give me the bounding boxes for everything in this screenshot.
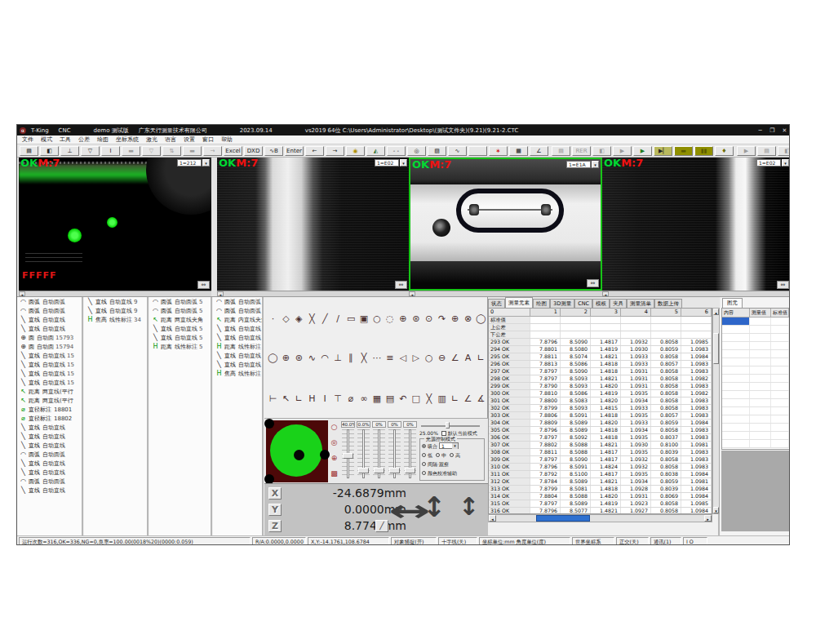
feature-list-item[interactable]: H距离线性标注5 bbox=[149, 342, 211, 351]
feature-list-item[interactable]: ◠圆弧自动圆弧 bbox=[17, 450, 82, 459]
menu-item-3[interactable]: 公差 bbox=[78, 135, 90, 144]
feature-list-item[interactable]: ╲直线自动直线5 bbox=[213, 333, 262, 342]
export-curve-button[interactable]: ∿B bbox=[264, 146, 283, 156]
measure-data-row[interactable]: 311 OK7.87928.51001.48171.09350.80381.09… bbox=[489, 471, 712, 478]
z-axis-button[interactable]: Z bbox=[268, 520, 282, 532]
camera-resize-grip[interactable]: ⇔ bbox=[587, 279, 599, 287]
element-row[interactable] bbox=[722, 424, 789, 432]
light-level-select[interactable]: 1 bbox=[439, 442, 459, 449]
tab-状态[interactable]: 状态 bbox=[488, 299, 505, 308]
move-axis-button[interactable]: ⊥ bbox=[60, 146, 79, 156]
palette-tool-icon[interactable]: ∠ bbox=[463, 393, 473, 405]
feature-list-item[interactable]: ╲直线自动直线 bbox=[17, 324, 82, 333]
light-slider[interactable]: 0% bbox=[372, 421, 386, 482]
chevron-down-icon[interactable]: ▾ bbox=[202, 159, 210, 167]
curve-button[interactable]: ∿ bbox=[448, 146, 467, 156]
element-row[interactable] bbox=[722, 440, 789, 448]
feature-list-item[interactable]: ◠圆弧自动圆弧 bbox=[17, 306, 82, 315]
palette-tool-icon[interactable]: ○ bbox=[372, 313, 383, 325]
tab-绘图[interactable]: 绘图 bbox=[533, 299, 550, 308]
feature-list-item[interactable]: ⊕圆自动圆15793 bbox=[17, 333, 82, 342]
palette-tool-icon[interactable]: ∠ bbox=[450, 353, 460, 364]
z-jog-arrows[interactable]: ↕ bbox=[459, 492, 479, 521]
camera-channel-select[interactable]: 1=E1A bbox=[566, 161, 591, 168]
feature-list-item[interactable]: ╲直线自动直线5 bbox=[213, 324, 262, 333]
measure-data-row[interactable]: 314 OK7.88048.50881.48201.09310.80691.09… bbox=[489, 493, 712, 500]
feature-list-item[interactable]: ╲直线自动直线 bbox=[17, 468, 82, 477]
measure-data-row[interactable]: 294 OK7.88018.50801.48191.09300.80591.09… bbox=[489, 346, 712, 353]
feature-list-item[interactable]: ╲直线自动直线 bbox=[17, 486, 82, 495]
feature-list-item[interactable]: ╲直线自动直线9 bbox=[84, 306, 147, 315]
image-button[interactable]: ◭ bbox=[366, 146, 385, 156]
element-row[interactable] bbox=[722, 375, 789, 383]
feature-list-item[interactable]: ╲直线自动直线 bbox=[17, 441, 82, 450]
element-row[interactable] bbox=[722, 334, 789, 342]
element-row[interactable] bbox=[722, 358, 789, 366]
open-button[interactable]: ◧ bbox=[40, 146, 59, 156]
minimize-button[interactable]: ─ bbox=[754, 126, 766, 135]
feature-list-item[interactable]: ↖距离内直线夹角 bbox=[213, 315, 262, 324]
measure-data-row[interactable]: 302 OK7.87998.50931.48151.09330.80581.09… bbox=[489, 405, 712, 412]
feature-list-item[interactable]: ╲直线自动直线15 bbox=[17, 351, 82, 360]
pause-button[interactable]: ▮▮ bbox=[694, 146, 713, 156]
feature-list-item[interactable]: ↖距离两直线(平行 bbox=[17, 396, 82, 405]
palette-tool-icon[interactable]: ⊖ bbox=[437, 353, 447, 364]
palette-tool-icon[interactable]: ⊙ bbox=[424, 313, 434, 325]
play-button[interactable]: ▶ bbox=[633, 146, 652, 156]
camera-view-2[interactable]: OKM:7 1=E02 ▾ ⇔ ◂ bbox=[217, 158, 409, 296]
feature-list-item[interactable]: ◠圆弧自动圆弧 bbox=[17, 477, 82, 486]
arrow-left-button[interactable]: ← bbox=[305, 146, 324, 156]
feature-list-item[interactable]: ◠圆弧自动圆弧5 bbox=[213, 297, 262, 306]
camera-resize-grip[interactable]: ⇔ bbox=[197, 281, 210, 289]
measure-data-row[interactable]: 298 OK7.87978.50931.48211.09310.80581.09… bbox=[489, 375, 712, 383]
camera-channel-select[interactable]: 1=E02 bbox=[375, 159, 399, 167]
save-button[interactable]: ▤ bbox=[20, 146, 38, 156]
feature-list-item[interactable]: ╲直线自动直线 bbox=[17, 423, 82, 432]
palette-tool-icon[interactable]: ▷ bbox=[410, 353, 421, 364]
menu-item-7[interactable]: 语言 bbox=[165, 135, 176, 144]
measure-data-row[interactable]: 309 OK7.87978.50901.48171.09320.80581.09… bbox=[489, 456, 712, 464]
tab-测量元素[interactable]: 测量元素 bbox=[505, 297, 533, 308]
feature-list-item[interactable]: ╲直线自动直线9 bbox=[84, 297, 147, 306]
light-slider[interactable]: 0% bbox=[403, 421, 417, 482]
menu-item-9[interactable]: 窗口 bbox=[202, 135, 214, 144]
tab-CNC[interactable]: CNC bbox=[574, 299, 592, 308]
radio-低[interactable] bbox=[422, 453, 426, 457]
chevron-down-icon[interactable]: ▾ bbox=[782, 159, 789, 167]
element-row[interactable] bbox=[722, 318, 789, 326]
chevron-down-icon[interactable]: ▾ bbox=[592, 161, 599, 168]
palette-tool-icon[interactable]: ∡ bbox=[476, 393, 486, 405]
chart-button[interactable]: ∠ bbox=[530, 146, 548, 156]
measure-data-row[interactable]: 295 OK7.88118.50741.48211.09330.80581.09… bbox=[489, 353, 712, 361]
element-table[interactable]: 内容测量值标准值 bbox=[721, 308, 790, 450]
measure-vscrollbar[interactable]: ▴▾ bbox=[712, 308, 720, 514]
palette-tool-icon[interactable]: ⊢ bbox=[268, 393, 278, 405]
menu-item-4[interactable]: 绘图 bbox=[97, 135, 109, 144]
tab-3D测量[interactable]: 3D测量 bbox=[550, 299, 574, 308]
enter-button[interactable]: Enter bbox=[285, 146, 304, 156]
palette-tool-icon[interactable]: ⊕ bbox=[281, 353, 291, 364]
measure-data-row[interactable]: 315 OK7.87978.50891.48191.09230.80581.09… bbox=[489, 500, 712, 508]
menu-item-0[interactable]: 文件 bbox=[22, 135, 33, 144]
close-button[interactable]: ✕ bbox=[778, 126, 790, 135]
light-slider[interactable]: 40.0% bbox=[341, 421, 355, 482]
arrow-right-button[interactable]: → bbox=[326, 146, 344, 156]
feature-list-item[interactable]: ╲直线自动直线 bbox=[17, 315, 82, 324]
feature-list-item[interactable]: ⊕圆自动圆15794 bbox=[17, 342, 82, 351]
excel-button[interactable]: Excel bbox=[224, 146, 242, 156]
measure-data-row[interactable]: 305 OK7.87968.50891.48181.09340.80581.09… bbox=[489, 427, 712, 434]
feature-list-item[interactable]: H距离线性标注55 bbox=[213, 342, 262, 351]
light-master-slider[interactable] bbox=[421, 422, 480, 429]
element-row[interactable] bbox=[722, 432, 789, 440]
measure-data-row[interactable]: 296 OK7.88138.50861.48181.09330.80571.09… bbox=[489, 361, 712, 368]
camera-resize-grip[interactable]: ⇔ bbox=[395, 281, 407, 289]
measure-data-row[interactable]: 297 OK7.87978.50901.48181.09310.80581.09… bbox=[489, 368, 712, 375]
palette-tool-icon[interactable]: ∿ bbox=[307, 353, 317, 364]
measure-data-row[interactable]: 316 OK7.87968.50771.48211.09270.80581.09… bbox=[489, 508, 712, 514]
palette-tool-icon[interactable]: A bbox=[463, 353, 473, 364]
palette-tool-icon[interactable]: ◯ bbox=[268, 353, 278, 364]
palette-tool-icon[interactable]: H bbox=[307, 393, 317, 405]
tab-elements[interactable]: 图元 bbox=[722, 298, 743, 308]
measure-data-row[interactable]: 299 OK7.87908.50931.48201.09310.80581.09… bbox=[489, 383, 712, 390]
star-button[interactable]: ∗ bbox=[489, 146, 508, 156]
